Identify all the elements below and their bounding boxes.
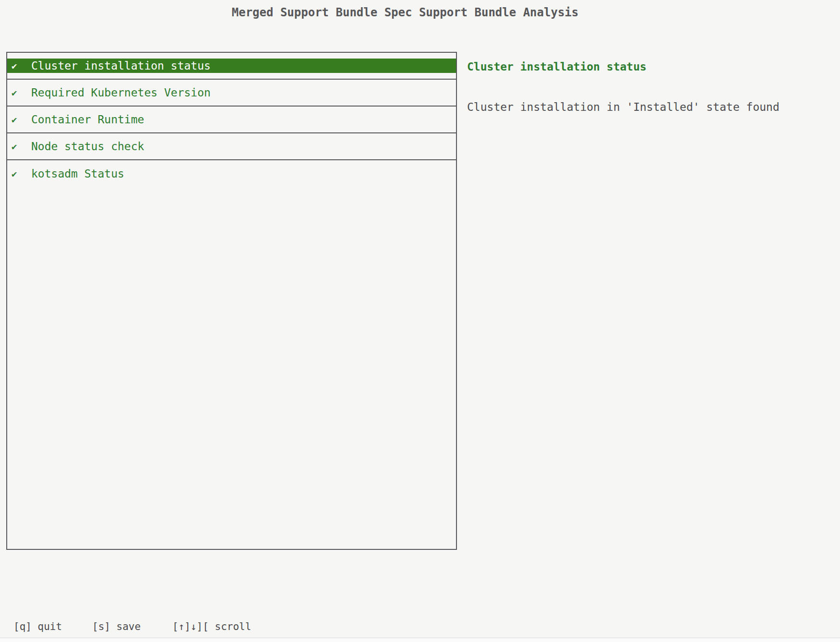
detail-result-text: Cluster installation in 'Installed' stat…: [467, 101, 780, 113]
page-title: Merged Support Bundle Spec Support Bundl…: [0, 6, 810, 19]
check-icon: ✔: [12, 114, 25, 125]
list-item-highlight: ✔ Cluster installation status: [7, 59, 456, 73]
detail-heading: Cluster installation status: [467, 60, 647, 73]
analyzer-list-panel: ✔ Cluster installation status ✔ Required…: [6, 52, 457, 550]
save-key-hint[interactable]: [s] save: [92, 621, 141, 632]
terminal-screen: Merged Support Bundle Spec Support Bundl…: [0, 0, 840, 642]
list-item-kotsadm-status[interactable]: ✔ kotsadm Status: [7, 160, 456, 187]
bottom-edge-divider: [0, 638, 840, 642]
check-icon: ✔: [12, 87, 25, 98]
list-item-cluster-installation-status[interactable]: ✔ Cluster installation status: [7, 53, 456, 80]
list-item-label: Node status check: [31, 140, 144, 153]
quit-key-hint[interactable]: [q] quit: [13, 621, 62, 632]
list-item-content: ✔ kotsadm Status: [7, 166, 456, 181]
list-item-label: Required Kubernetes Version: [31, 86, 211, 99]
list-item-label: kotsadm Status: [31, 167, 124, 180]
scroll-key-hint[interactable]: [↑]↓][ scroll: [172, 621, 251, 632]
check-icon: ✔: [12, 141, 25, 152]
check-icon: ✔: [12, 60, 25, 71]
list-item-label: Cluster installation status: [31, 59, 211, 72]
list-item-content: ✔ Required Kubernetes Version: [7, 85, 456, 100]
list-item-content: ✔ Node status check: [7, 139, 456, 154]
list-item-content: ✔ Container Runtime: [7, 112, 456, 127]
list-item-container-runtime[interactable]: ✔ Container Runtime: [7, 107, 456, 133]
check-icon: ✔: [12, 168, 25, 179]
list-item-required-kubernetes-version[interactable]: ✔ Required Kubernetes Version: [7, 80, 456, 107]
list-item-label: Container Runtime: [31, 113, 144, 126]
list-item-node-status-check[interactable]: ✔ Node status check: [7, 133, 456, 160]
